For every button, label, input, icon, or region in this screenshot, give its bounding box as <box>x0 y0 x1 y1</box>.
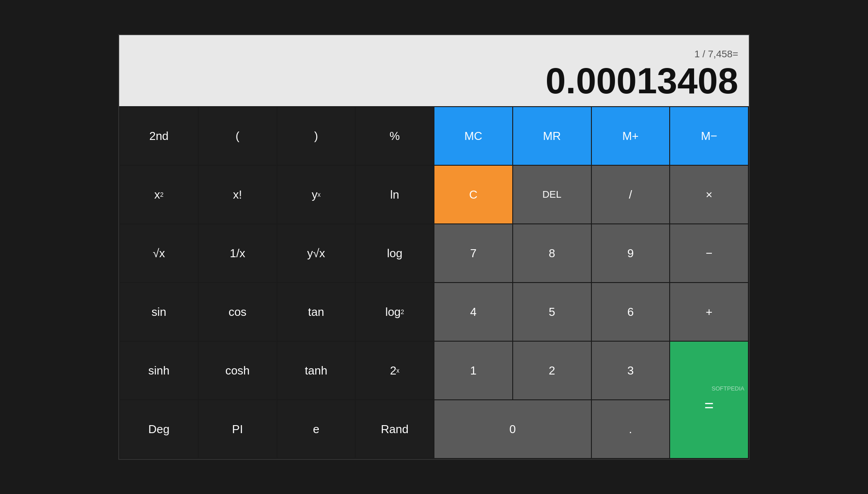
ln-button[interactable]: ln <box>356 166 434 223</box>
mr-button[interactable]: MR <box>513 107 591 165</box>
percent-button[interactable]: % <box>356 107 434 165</box>
0-button[interactable]: 0 <box>434 400 591 458</box>
equals-sign: = <box>704 396 714 415</box>
x-squared-button[interactable]: x2 <box>120 166 198 223</box>
close-paren-button[interactable]: ) <box>277 107 355 165</box>
multiply-button[interactable]: × <box>670 166 748 223</box>
button-grid: 2nd ( ) % MC MR M+ M− x2 x! yx ln C DEL … <box>119 106 749 459</box>
clear-button[interactable]: C <box>434 166 512 223</box>
3-button[interactable]: 3 <box>592 342 670 399</box>
sinh-button[interactable]: sinh <box>120 342 198 399</box>
display: 1 / 7,458= 0.00013408 <box>119 35 749 106</box>
log2-button[interactable]: log2 <box>356 283 434 341</box>
rand-button[interactable]: Rand <box>356 400 434 458</box>
add-button[interactable]: + <box>670 283 748 341</box>
equals-button[interactable]: SOFTPEDIA = <box>670 342 748 458</box>
tan-button[interactable]: tan <box>277 283 355 341</box>
9-button[interactable]: 9 <box>592 224 670 282</box>
6-button[interactable]: 6 <box>592 283 670 341</box>
deg-button[interactable]: Deg <box>120 400 198 458</box>
2-power-x-button[interactable]: 2x <box>356 342 434 399</box>
1-button[interactable]: 1 <box>434 342 512 399</box>
mc-button[interactable]: MC <box>434 107 512 165</box>
mminus-button[interactable]: M− <box>670 107 748 165</box>
mplus-button[interactable]: M+ <box>592 107 670 165</box>
8-button[interactable]: 8 <box>513 224 591 282</box>
open-paren-button[interactable]: ( <box>199 107 277 165</box>
display-result: 0.00013408 <box>130 63 738 99</box>
x-factorial-button[interactable]: x! <box>199 166 277 223</box>
reciprocal-button[interactable]: 1/x <box>199 224 277 282</box>
log-button[interactable]: log <box>356 224 434 282</box>
calculator: 1 / 7,458= 0.00013408 2nd ( ) % MC MR M+… <box>118 34 750 460</box>
2nd-button[interactable]: 2nd <box>120 107 198 165</box>
display-expression: 1 / 7,458= <box>130 48 738 60</box>
5-button[interactable]: 5 <box>513 283 591 341</box>
decimal-button[interactable]: . <box>592 400 670 458</box>
euler-button[interactable]: e <box>277 400 355 458</box>
watermark-label: SOFTPEDIA <box>711 385 748 392</box>
7-button[interactable]: 7 <box>434 224 512 282</box>
divide-button[interactable]: / <box>592 166 670 223</box>
4-button[interactable]: 4 <box>434 283 512 341</box>
y-power-x-button[interactable]: yx <box>277 166 355 223</box>
y-root-x-button[interactable]: y√x <box>277 224 355 282</box>
cos-button[interactable]: cos <box>199 283 277 341</box>
tanh-button[interactable]: tanh <box>277 342 355 399</box>
cosh-button[interactable]: cosh <box>199 342 277 399</box>
pi-button[interactable]: PI <box>199 400 277 458</box>
subtract-button[interactable]: − <box>670 224 748 282</box>
sqrt-button[interactable]: √x <box>120 224 198 282</box>
2-button[interactable]: 2 <box>513 342 591 399</box>
delete-button[interactable]: DEL <box>513 166 591 223</box>
sin-button[interactable]: sin <box>120 283 198 341</box>
